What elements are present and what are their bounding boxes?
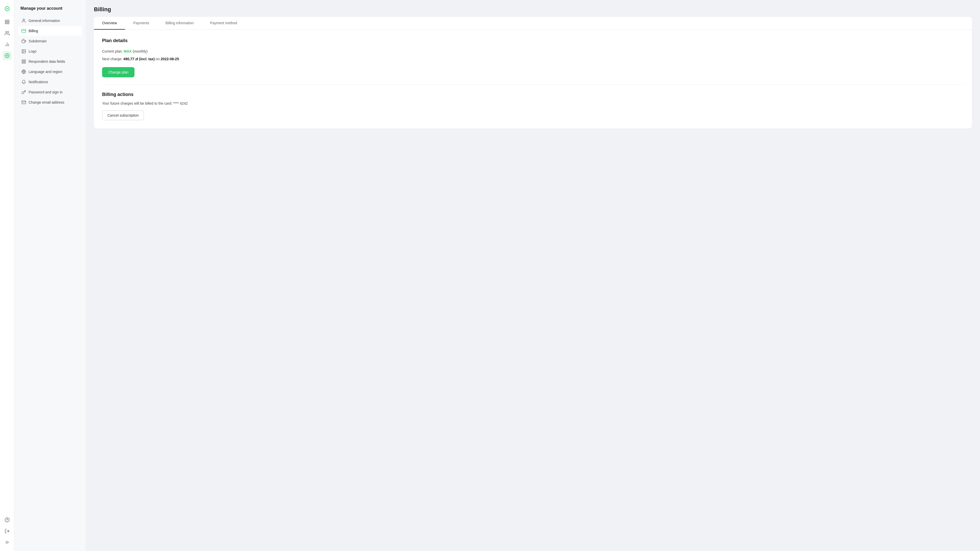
plan-details-title: Plan details <box>102 38 964 43</box>
sidebar-item-label: Notifications <box>29 80 48 84</box>
svg-rect-13 <box>22 29 26 32</box>
settings-icon[interactable] <box>3 51 12 60</box>
sidebar-item-billing[interactable]: Billing <box>18 26 82 36</box>
envelope-icon <box>21 100 26 105</box>
sidebar-item-label: Change email address <box>29 100 64 104</box>
logo-icon[interactable] <box>3 4 12 13</box>
key-icon <box>21 90 26 94</box>
sidebar-item-general[interactable]: General information <box>18 16 82 25</box>
next-charge-date: 2022-08-25 <box>161 57 179 61</box>
section-divider <box>102 84 964 85</box>
sidebar-item-label: Subdomain <box>29 39 47 43</box>
cancel-subscription-button[interactable]: Cancel subscription <box>102 110 144 120</box>
svg-point-19 <box>23 50 23 51</box>
main-content: Billing Overview Payments Billing inform… <box>86 0 980 551</box>
collapse-sidebar-icon[interactable] <box>3 538 12 547</box>
subdomain-icon <box>21 39 26 43</box>
next-charge-prefix: Next charge: <box>102 57 123 61</box>
svg-rect-23 <box>22 62 23 63</box>
globe-icon <box>21 69 26 74</box>
help-icon[interactable] <box>3 515 12 524</box>
tab-payment-method[interactable]: Payment method <box>202 17 245 30</box>
card-text-prefix: Your future charges will be billed to th… <box>102 101 173 105</box>
change-plan-button[interactable]: Change plan <box>102 67 135 77</box>
next-charge-on: on <box>155 57 161 61</box>
image-icon <box>21 49 26 54</box>
icon-bar <box>0 0 14 551</box>
plan-name: MAX <box>124 49 132 53</box>
grid-small-icon <box>21 59 26 64</box>
page-title: Billing <box>94 6 972 13</box>
logout-icon[interactable] <box>3 527 12 536</box>
tab-billing-info[interactable]: Billing information <box>158 17 202 30</box>
tab-payments[interactable]: Payments <box>125 17 157 30</box>
svg-rect-2 <box>7 22 9 24</box>
sidebar-item-subdomain[interactable]: Subdomain <box>18 36 82 46</box>
plan-suffix: (monthly) <box>132 49 148 53</box>
bell-icon <box>21 80 26 84</box>
next-charge-amount: 490,77 zł (incl. tax) <box>123 57 155 61</box>
current-plan-info: Current plan: MAX (monthly) <box>102 48 964 54</box>
sidebar-title: Manage your account <box>18 6 82 11</box>
sidebar-item-label: Respondent data fields <box>29 59 65 64</box>
billing-card: Overview Payments Billing information Pa… <box>94 17 972 128</box>
svg-rect-20 <box>22 60 23 61</box>
svg-rect-21 <box>24 60 25 61</box>
svg-point-8 <box>6 55 8 56</box>
main-body: Overview Payments Billing information Pa… <box>86 17 980 551</box>
sidebar-item-label: Language and region <box>29 70 62 74</box>
users-icon[interactable] <box>3 29 12 38</box>
sidebar-item-password[interactable]: Password and sign in <box>18 87 82 97</box>
card-body: Plan details Current plan: MAX (monthly)… <box>94 30 972 128</box>
sidebar-item-language[interactable]: Language and region <box>18 67 82 76</box>
svg-point-12 <box>23 19 24 21</box>
sidebar-item-label: Password and sign in <box>29 90 62 94</box>
card-number: **** 4242 <box>173 101 188 105</box>
tab-bar: Overview Payments Billing information Pa… <box>94 17 972 30</box>
sidebar-item-respondent[interactable]: Respondent data fields <box>18 57 82 66</box>
billing-actions-title: Billing actions <box>102 92 964 97</box>
credit-card-icon <box>21 29 26 33</box>
svg-rect-3 <box>5 22 6 24</box>
main-header: Billing <box>86 0 980 17</box>
current-plan-prefix: Current plan: <box>102 49 124 53</box>
tab-overview[interactable]: Overview <box>94 17 125 30</box>
sidebar: Manage your account General information … <box>14 0 86 551</box>
sidebar-item-label: Billing <box>29 29 38 33</box>
card-info-text: Your future charges will be billed to th… <box>102 101 964 105</box>
svg-rect-1 <box>7 20 9 22</box>
svg-rect-22 <box>24 62 25 63</box>
next-charge-info: Next charge: 490,77 zł (incl. tax) on 20… <box>102 56 964 62</box>
svg-point-4 <box>6 31 7 33</box>
svg-rect-0 <box>5 20 6 22</box>
user-circle-icon <box>21 18 26 23</box>
sidebar-item-label: Logo <box>29 49 37 53</box>
grid-icon[interactable] <box>3 18 12 27</box>
sidebar-item-label: General information <box>29 19 60 23</box>
sidebar-item-logo[interactable]: Logo <box>18 46 82 56</box>
sidebar-item-notifications[interactable]: Notifications <box>18 77 82 87</box>
chart-icon[interactable] <box>3 40 12 49</box>
sidebar-item-email[interactable]: Change email address <box>18 97 82 107</box>
